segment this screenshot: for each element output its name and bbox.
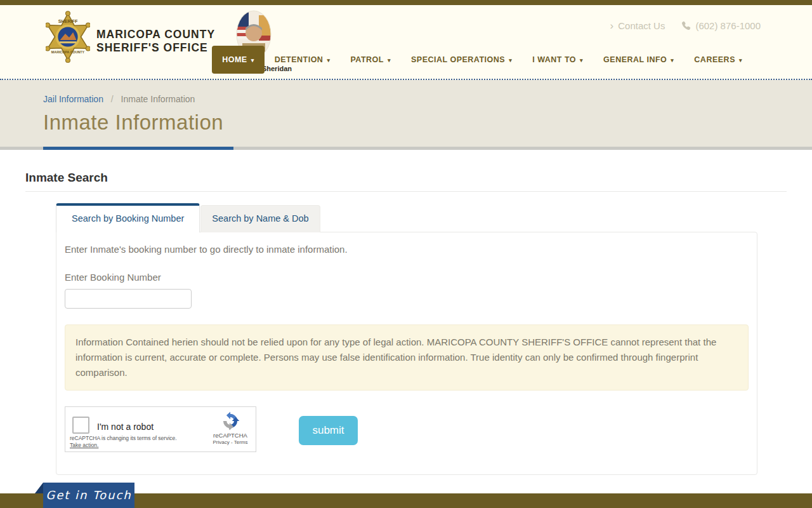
- booking-number-input[interactable]: [65, 289, 192, 309]
- chevron-down-icon: ▾: [580, 57, 583, 64]
- submit-button[interactable]: submit: [299, 416, 358, 445]
- chevron-down-icon: ▾: [388, 57, 391, 64]
- site-header: SHERIFF MARICOPA COUNTY MARICOPA COUNTY …: [0, 5, 812, 80]
- phone-icon: [681, 21, 691, 30]
- breadcrumb-link-jail-information[interactable]: Jail Information: [43, 94, 103, 104]
- chevron-down-icon: ▾: [739, 57, 742, 64]
- utility-links: › Contact Us (602) 876-1000: [610, 20, 761, 31]
- nav-item-detention[interactable]: DETENTION▾: [265, 46, 341, 74]
- recaptcha-checkbox-label: I'm not a robot: [97, 422, 154, 432]
- footer: Get in Touch: [0, 469, 812, 508]
- breadcrumb-current: Inmate Information: [121, 94, 195, 104]
- tab-search-by-name-dob[interactable]: Search by Name & Dob: [200, 205, 320, 232]
- breadcrumb: Jail Information / Inmate Information: [43, 80, 812, 104]
- page-title: Inmate Information: [43, 110, 812, 135]
- top-accent-bar: [0, 0, 812, 5]
- svg-text:MARICOPA COUNTY: MARICOPA COUNTY: [51, 50, 85, 54]
- nav-item-general-info[interactable]: GENERAL INFO▾: [593, 46, 684, 74]
- band-divider-accent: [43, 147, 233, 150]
- recaptcha-widget: I'm not a robot reCAPTCHA Privacy - Te: [65, 406, 256, 452]
- recaptcha-brand: reCAPTCHA Privacy - Terms: [210, 411, 251, 445]
- org-name: MARICOPA COUNTY SHERIFF'S OFFICE: [96, 28, 215, 55]
- tab-panel: Enter Inmate's booking number to go dire…: [56, 232, 757, 475]
- main-content: Inmate Search Search by Booking Number S…: [0, 147, 812, 475]
- phone-link[interactable]: (602) 876-1000: [681, 20, 761, 31]
- recaptcha-notice: reCAPTCHA is changing its terms of servi…: [70, 435, 177, 449]
- nav-item-home[interactable]: HOME▾: [212, 46, 265, 74]
- inmate-search-widget: Search by Booking Number Search by Name …: [56, 203, 787, 475]
- chevron-down-icon: ▾: [327, 57, 330, 64]
- nav-item-i-want-to[interactable]: I WANT TO▾: [522, 46, 593, 74]
- page: SHERIFF MARICOPA COUNTY MARICOPA COUNTY …: [0, 0, 812, 508]
- recaptcha-checkbox[interactable]: [72, 417, 89, 434]
- contact-us-link[interactable]: › Contact Us: [610, 20, 665, 31]
- sheriff-badge-icon: SHERIFF MARICOPA COUNTY: [46, 10, 90, 66]
- intro-text: Enter Inmate's booking number to go dire…: [65, 244, 749, 255]
- page-header-band: Jail Information / Inmate Information In…: [0, 80, 812, 147]
- tab-search-by-booking-number[interactable]: Search by Booking Number: [56, 203, 200, 232]
- nav-item-special-operations[interactable]: SPECIAL OPERATIONS▾: [401, 46, 522, 74]
- booking-number-label: Enter Booking Number: [65, 272, 749, 283]
- chevron-down-icon: ▾: [509, 57, 512, 64]
- search-tabs: Search by Booking Number Search by Name …: [56, 203, 787, 232]
- chevron-down-icon: ▾: [251, 57, 254, 64]
- band-divider: [0, 147, 812, 150]
- recaptcha-icon: [210, 411, 251, 431]
- disclaimer-box: Information Contained herien should not …: [65, 324, 749, 391]
- take-action-link[interactable]: Take action.: [70, 442, 98, 448]
- recaptcha-privacy-terms[interactable]: Privacy - Terms: [210, 439, 251, 445]
- nav-item-careers[interactable]: CAREERS▾: [684, 46, 752, 74]
- nav-item-patrol[interactable]: PATROL▾: [340, 46, 401, 74]
- breadcrumb-separator: /: [111, 94, 114, 104]
- main-nav: HOME▾ DETENTION▾ PATROL▾ SPECIAL OPERATI…: [212, 46, 752, 74]
- action-row: I'm not a robot reCAPTCHA Privacy - Te: [65, 406, 749, 452]
- svg-text:SHERIFF: SHERIFF: [58, 19, 78, 24]
- ribbon-fold: [35, 483, 43, 493]
- chevron-down-icon: ▾: [671, 57, 674, 64]
- section-heading: Inmate Search: [25, 171, 787, 192]
- get-in-touch-ribbon: Get in Touch: [43, 483, 134, 508]
- disclaimer-text: Information Contained herien should not …: [75, 337, 716, 378]
- chevron-right-icon: ›: [610, 22, 614, 30]
